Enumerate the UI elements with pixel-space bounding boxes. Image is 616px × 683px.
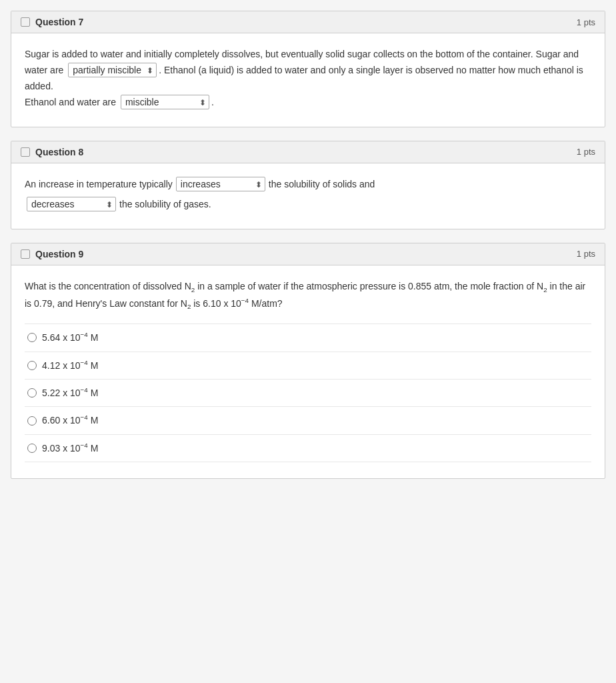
question-9-radio-3[interactable]	[27, 388, 37, 398]
question-9-title: Question 9	[35, 249, 83, 259]
question-8-body: An increase in temperature typically inc…	[11, 163, 605, 229]
question-9-pts: 1 pts	[577, 249, 595, 259]
question-8-dropdown-2[interactable]: decreasesincreasesdoes not change	[27, 197, 116, 211]
question-7-flag-icon	[21, 17, 30, 27]
question-9-option-2-label: 4.12 x 10−4 M	[42, 358, 98, 374]
question-9-option-1[interactable]: 5.64 x 10−4 M	[25, 323, 591, 352]
question-9-option-3[interactable]: 5.22 x 10−4 M	[25, 380, 591, 407]
question-7-text3: .	[211, 97, 214, 107]
question-7-dropdown-1[interactable]: partially misciblemiscibleimmiscible	[68, 63, 157, 77]
question-9-radio-1[interactable]	[27, 333, 37, 342]
question-9-radio-4[interactable]	[27, 416, 37, 426]
question-9-option-5[interactable]: 9.03 x 10−4 M	[25, 435, 591, 462]
question-8-dropdown-1[interactable]: increasesdecreasesdoes not change	[176, 177, 265, 191]
question-8-text3: the solubility of gases.	[119, 197, 211, 213]
question-7-body: Sugar is added to water and initially co…	[11, 33, 605, 127]
question-9-option-3-label: 5.22 x 10−4 M	[42, 385, 98, 401]
question-7-header-left: Question 7	[21, 17, 83, 27]
question-8-select-1[interactable]: increasesdecreasesdoes not change	[176, 177, 265, 193]
question-8-block: Question 8 1 pts An increase in temperat…	[11, 141, 605, 229]
question-8-flag-icon	[21, 147, 30, 157]
question-9-options: 5.64 x 10−4 M 4.12 x 10−4 M 5.22 x 10−4 …	[25, 323, 591, 462]
question-8-header: Question 8 1 pts	[11, 141, 605, 163]
question-7-select-2[interactable]: misciblepartially miscibleimmiscible	[121, 95, 209, 111]
question-9-option-4-label: 6.60 x 10−4 M	[42, 412, 98, 428]
question-7-dropdown-2[interactable]: misciblepartially miscibleimmiscible	[121, 95, 209, 109]
question-9-body: What is the concentration of dissolved N…	[11, 265, 605, 479]
question-9-option-2[interactable]: 4.12 x 10−4 M	[25, 352, 591, 380]
question-7-pts: 1 pts	[577, 17, 595, 27]
question-8-header-left: Question 8	[21, 147, 83, 157]
question-8-title: Question 8	[35, 147, 83, 157]
question-7-title: Question 7	[35, 17, 83, 27]
question-8-text2: the solubility of solids and	[269, 177, 375, 193]
question-7-block: Question 7 1 pts Sugar is added to water…	[11, 11, 605, 127]
question-8-text1: An increase in temperature typically	[25, 177, 173, 193]
question-9-header-left: Question 9	[21, 249, 83, 259]
question-8-select-2[interactable]: decreasesincreasesdoes not change	[27, 197, 116, 213]
question-9-option-1-label: 5.64 x 10−4 M	[42, 329, 98, 346]
question-9-option-5-label: 9.03 x 10−4 M	[42, 440, 98, 456]
question-7-select-1[interactable]: partially misciblemiscibleimmiscible	[68, 63, 157, 79]
question-9-block: Question 9 1 pts What is the concentrati…	[11, 243, 605, 480]
question-9-header: Question 9 1 pts	[11, 243, 605, 265]
question-9-option-4[interactable]: 6.60 x 10−4 M	[25, 407, 591, 434]
question-8-pts: 1 pts	[577, 147, 595, 157]
question-9-radio-2[interactable]	[27, 361, 37, 370]
question-9-flag-icon	[21, 249, 30, 259]
question-9-radio-5[interactable]	[27, 444, 37, 453]
question-9-description: What is the concentration of dissolved N…	[25, 279, 591, 313]
question-7-header: Question 7 1 pts	[11, 11, 605, 33]
